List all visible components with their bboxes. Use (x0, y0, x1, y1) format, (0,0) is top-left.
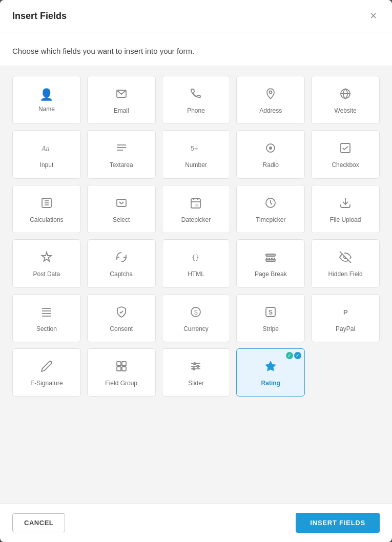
postdata-icon (40, 251, 53, 265)
timepicker-icon (264, 197, 277, 211)
field-item-hiddenfield[interactable]: Hidden Field (311, 239, 380, 287)
field-item-checkbox[interactable]: Checkbox (311, 130, 380, 178)
field-item-fieldgroup[interactable]: Field Group (87, 348, 156, 397)
insert-fields-button[interactable]: INSERT FIELDS (296, 513, 380, 533)
svg-rect-39 (117, 367, 121, 371)
field-item-consent[interactable]: Consent (87, 294, 156, 342)
svg-marker-47 (265, 361, 276, 371)
svg-rect-26 (266, 259, 275, 261)
datepicker-icon: 31 (190, 197, 202, 211)
field-item-select[interactable]: Select (87, 185, 156, 233)
postdata-label: Post Data (33, 270, 60, 278)
field-item-section[interactable]: Section (12, 294, 81, 342)
currency-icon: $ (190, 306, 202, 320)
svg-point-45 (197, 365, 199, 367)
field-item-fileupload[interactable]: File Upload (311, 185, 380, 233)
textarea-icon (115, 142, 128, 156)
field-item-phone[interactable]: Phone (162, 76, 231, 124)
field-item-timepicker[interactable]: Timepicker (236, 185, 305, 233)
calculations-icon (40, 197, 53, 211)
svg-rect-24 (266, 254, 275, 256)
field-item-paypal[interactable]: PPayPal (311, 294, 380, 342)
checkbox-label: Checkbox (332, 161, 359, 169)
number-icon: 5÷ (190, 142, 202, 156)
datepicker-label: Datepicker (181, 216, 211, 223)
esignature-label: E-Signature (30, 380, 63, 387)
fieldgroup-label: Field Group (105, 380, 137, 387)
field-item-captcha[interactable]: Captcha (87, 239, 156, 287)
modal-description: Choose which fields you want to insert i… (0, 32, 392, 66)
html-label: HTML (188, 270, 204, 278)
consent-icon (115, 306, 128, 320)
consent-label: Consent (110, 325, 133, 332)
modal-title: Insert Fields (12, 11, 67, 22)
field-item-currency[interactable]: $Currency (162, 294, 231, 342)
svg-point-9 (269, 147, 272, 150)
slider-label: Slider (188, 380, 204, 387)
number-label: Number (185, 161, 207, 169)
field-item-email[interactable]: Email (87, 76, 156, 124)
fields-grid: 👤NameEmailPhoneAddressWebsiteAaInputText… (12, 76, 380, 397)
field-item-rating[interactable]: ✓✓Rating (236, 348, 305, 397)
name-label: Name (38, 106, 55, 113)
rating-icon (264, 360, 277, 374)
svg-point-1 (270, 91, 272, 94)
pagebreak-icon (264, 251, 277, 265)
html-icon: {} (190, 251, 202, 265)
svg-rect-40 (122, 367, 126, 371)
field-item-stripe[interactable]: SStripe (236, 294, 305, 342)
hiddenfield-icon (339, 251, 352, 265)
input-label: Input (40, 161, 54, 169)
website-label: Website (335, 107, 357, 114)
field-item-postdata[interactable]: Post Data (12, 239, 81, 287)
field-item-address[interactable]: Address (236, 76, 305, 124)
radio-icon (264, 142, 277, 156)
textarea-label: Textarea (110, 161, 133, 169)
currency-label: Currency (183, 325, 209, 332)
svg-rect-10 (341, 143, 350, 153)
insert-fields-modal: Insert Fields × Choose which fields you … (0, 0, 392, 542)
website-icon (339, 88, 352, 102)
close-button[interactable]: × (367, 9, 380, 23)
field-item-textarea[interactable]: Textarea (87, 130, 156, 178)
address-icon (264, 88, 277, 102)
field-item-number[interactable]: 5÷Number (162, 130, 231, 178)
svg-text:S: S (269, 309, 273, 316)
svg-text:P: P (343, 308, 348, 316)
field-item-name[interactable]: 👤Name (12, 76, 81, 124)
email-icon (115, 88, 128, 102)
field-item-calculations[interactable]: Calculations (12, 185, 81, 233)
email-label: Email (114, 107, 129, 114)
modal-header: Insert Fields × (0, 0, 392, 32)
field-item-website[interactable]: Website (311, 76, 380, 124)
field-item-pagebreak[interactable]: Page Break (236, 239, 305, 287)
fields-grid-container: 👤NameEmailPhoneAddressWebsiteAaInputText… (0, 66, 392, 503)
field-item-slider[interactable]: Slider (162, 348, 231, 397)
address-label: Address (259, 107, 282, 114)
esignature-icon (40, 360, 53, 374)
radio-label: Radio (263, 161, 279, 169)
paypal-label: PayPal (336, 325, 355, 332)
field-item-datepicker[interactable]: 31Datepicker (162, 185, 231, 233)
phone-label: Phone (187, 107, 205, 114)
cancel-button[interactable]: CANCEL (12, 513, 65, 532)
captcha-icon (115, 251, 128, 265)
name-icon: 👤 (39, 89, 53, 100)
fileupload-label: File Upload (330, 216, 361, 223)
field-item-input[interactable]: AaInput (12, 130, 81, 178)
field-item-radio[interactable]: Radio (236, 130, 305, 178)
field-item-esignature[interactable]: E-Signature (12, 348, 81, 397)
slider-icon (190, 360, 202, 374)
field-item-html[interactable]: {}HTML (162, 239, 231, 287)
section-label: Section (36, 325, 57, 332)
input-icon: Aa (40, 142, 53, 156)
svg-point-44 (194, 363, 196, 365)
paypal-icon: P (339, 306, 352, 320)
stripe-icon: S (264, 306, 277, 320)
svg-text:Aa: Aa (41, 145, 50, 153)
hiddenfield-label: Hidden Field (328, 270, 362, 278)
captcha-label: Captcha (110, 270, 133, 278)
select-icon (115, 197, 128, 211)
svg-text:$: $ (194, 309, 198, 316)
svg-rect-38 (122, 362, 126, 366)
